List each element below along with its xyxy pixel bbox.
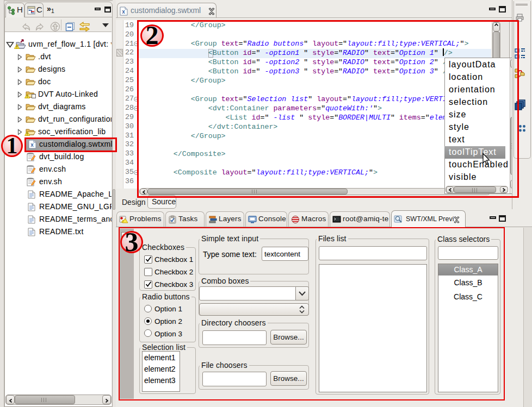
svg-text:x: x xyxy=(122,9,125,15)
